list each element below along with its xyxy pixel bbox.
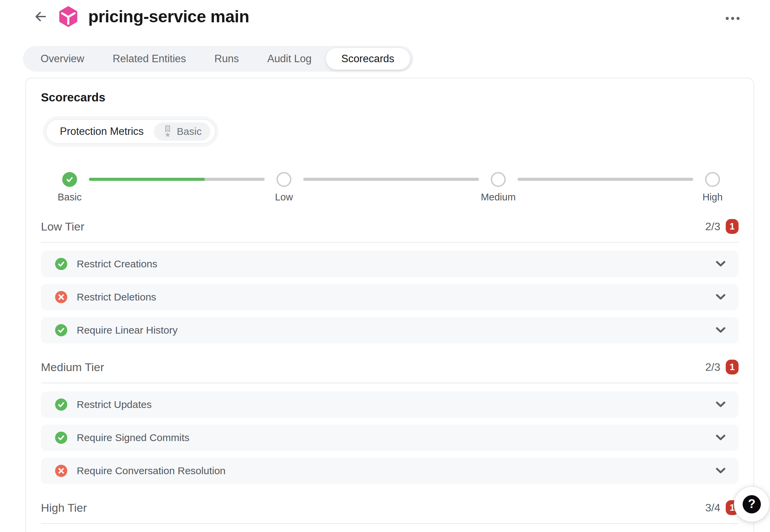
help-button[interactable]: ? (734, 487, 769, 522)
rule-row[interactable]: Require Conversation Resolution (41, 458, 739, 484)
tab-runs[interactable]: Runs (200, 46, 253, 72)
check-circle-icon (55, 258, 67, 270)
x-icon (58, 294, 65, 300)
tier-divider (41, 383, 739, 383)
check-circle-icon (55, 398, 67, 411)
tier-name: Low Tier (41, 220, 85, 233)
rules-list: Restrict CreationsRestrict DeletionsRequ… (41, 251, 739, 343)
tier-score-group: 3/41 (705, 500, 739, 515)
tier-section-low-tier: Low Tier2/31Restrict CreationsRestrict D… (41, 219, 739, 343)
rule-label: Restrict Updates (77, 399, 152, 410)
step-label: High (702, 192, 723, 203)
chevron-down-icon (716, 401, 726, 408)
rule-label: Require Conversation Resolution (77, 465, 225, 477)
tier-failed-badge: 1 (726, 360, 739, 374)
step-circle-basic (62, 172, 77, 187)
tier-heading-row: Medium Tier2/31 (41, 360, 739, 374)
rule-label: Restrict Deletions (77, 291, 156, 303)
tier-heading-row: High Tier3/41 (41, 500, 739, 515)
tab-overview[interactable]: Overview (26, 46, 98, 72)
more-horizontal-icon[interactable] (724, 15, 742, 22)
tier-score: 3/4 (705, 502, 720, 514)
check-circle-icon (55, 324, 67, 336)
back-button[interactable] (32, 8, 48, 25)
tier-heading-row: Low Tier2/31 (41, 219, 739, 234)
arrow-left-icon (33, 9, 48, 24)
medal-icon (163, 125, 173, 138)
rules-list: Restrict UpdatesRequire Signed CommitsRe… (41, 391, 739, 484)
rule-expand-button[interactable] (716, 327, 726, 334)
rule-expand-button[interactable] (716, 467, 726, 474)
progress-track (518, 178, 693, 181)
rule-expand-button[interactable] (716, 434, 726, 441)
tiers-container: Low Tier2/31Restrict CreationsRestrict D… (41, 219, 739, 532)
rule-row[interactable]: Require Signed Commits (41, 425, 739, 451)
chevron-down-icon (716, 467, 726, 474)
rule-row[interactable]: Require Linear History (41, 317, 739, 343)
tab-related-entities[interactable]: Related Entities (98, 46, 200, 72)
tier-divider (41, 242, 739, 243)
step-circle-low (276, 172, 291, 187)
step-label: Medium (481, 192, 515, 203)
tier-score-group: 2/31 (705, 219, 739, 234)
rule-expand-button[interactable] (716, 294, 726, 300)
tab-audit-log[interactable]: Audit Log (253, 46, 326, 72)
rule-expand-button[interactable] (716, 261, 726, 267)
tier-name: Medium Tier (41, 361, 104, 374)
x-icon (58, 467, 65, 474)
tier-score-group: 2/31 (705, 360, 739, 374)
check-icon (57, 401, 65, 408)
check-icon (57, 327, 65, 334)
question-mark-icon: ? (743, 495, 761, 513)
rule-expand-button[interactable] (716, 401, 726, 408)
level-stepper: BasicLowMediumHigh (54, 172, 728, 203)
progress-track (303, 178, 479, 181)
progress-track (89, 178, 265, 181)
page-title: pricing-service main (88, 7, 249, 26)
step-high: High (697, 172, 728, 203)
chevron-down-icon (716, 434, 726, 441)
progress-fill (89, 178, 205, 181)
chevron-down-icon (716, 294, 726, 300)
step-medium: Medium (483, 172, 513, 203)
chevron-down-icon (716, 261, 726, 267)
step-label: Basic (58, 192, 82, 203)
check-icon (57, 434, 65, 441)
scorecard-level-pill: Basic (154, 122, 210, 141)
tier-section-medium-tier: Medium Tier2/31Restrict UpdatesRequire S… (41, 360, 739, 484)
entity-tabbar: OverviewRelated EntitiesRunsAudit LogSco… (23, 46, 413, 72)
scorecards-panel: Scorecards Protection Metrics Basic Basi… (25, 78, 754, 532)
tier-failed-badge: 1 (726, 219, 739, 234)
chevron-down-icon (716, 327, 726, 334)
blueprint-cube-icon (58, 6, 79, 27)
rule-row[interactable]: Restrict Creations (41, 251, 739, 277)
scorecards-heading: Scorecards (41, 91, 739, 104)
tier-name: High Tier (41, 501, 87, 514)
check-icon (57, 260, 65, 268)
tier-score: 2/3 (705, 361, 720, 373)
step-label: Low (275, 192, 293, 203)
tab-scorecards[interactable]: Scorecards (326, 48, 410, 70)
step-circle-high (705, 172, 720, 187)
tier-section-high-tier: High Tier3/41 (41, 500, 739, 532)
tier-score: 2/3 (705, 220, 720, 233)
rule-label: Require Linear History (77, 324, 177, 336)
rule-label: Require Signed Commits (77, 432, 189, 443)
rule-label: Restrict Creations (77, 258, 157, 270)
rule-row[interactable]: Restrict Deletions (41, 284, 739, 310)
step-low: Low (269, 172, 299, 203)
scorecard-level-label: Basic (177, 126, 201, 137)
check-circle-icon (55, 432, 67, 444)
x-circle-icon (55, 291, 67, 303)
scorecard-name: Protection Metrics (60, 125, 144, 138)
step-basic: Basic (54, 172, 85, 203)
rule-row[interactable]: Restrict Updates (41, 391, 739, 418)
step-circle-medium (491, 172, 506, 187)
scorecard-selector[interactable]: Protection Metrics Basic (46, 119, 216, 144)
check-icon (66, 176, 73, 183)
tier-divider (41, 523, 739, 524)
entity-header: pricing-service main (32, 6, 249, 27)
x-circle-icon (55, 465, 67, 477)
